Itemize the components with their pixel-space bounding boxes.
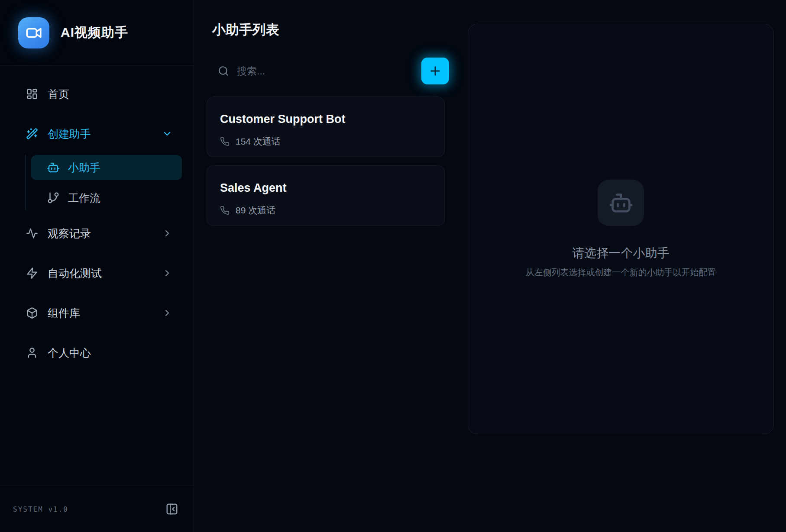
box-icon: [26, 307, 38, 319]
assistant-name: Sales Agent: [220, 181, 431, 195]
sidebar-subitem-workflow[interactable]: 工作流: [31, 185, 182, 210]
sidebar-item-label: 组件库: [48, 306, 162, 320]
sidebar-item-label: 首页: [48, 87, 172, 101]
create-assistant-submenu: 小助手 工作流: [25, 155, 182, 210]
activity-icon: [26, 227, 38, 239]
sidebar-item-label: 自动化测试: [48, 266, 162, 281]
search-row: [212, 58, 411, 84]
video-camera-icon: [26, 25, 42, 41]
main-area: 小助手列表 Customer Support Bot 154 次通话: [194, 0, 786, 532]
empty-state: 请选择一个小助手 从左侧列表选择或创建一个新的小助手以开始配置: [526, 180, 716, 278]
sidebar-subitem-assistants[interactable]: 小助手: [31, 155, 182, 180]
phone-icon: [220, 206, 230, 215]
app-title: AI视频助手: [61, 24, 128, 42]
assistant-call-count: 89 次通话: [220, 204, 431, 216]
sidebar-footer: SYSTEM v1.0: [0, 486, 193, 532]
chevron-right-icon: [162, 268, 172, 278]
sidebar: AI视频助手 首页 创建助手: [0, 0, 194, 532]
sidebar-item-create-assistant[interactable]: 创建助手: [11, 121, 182, 146]
sidebar-item-label: 观察记录: [48, 226, 162, 241]
sidebar-item-label: 创建助手: [48, 127, 162, 141]
wand-sparkles-icon: [26, 128, 38, 140]
user-icon: [26, 347, 38, 359]
assistant-card-list: Customer Support Bot 154 次通话 Sales Agent…: [207, 97, 445, 234]
zap-icon: [26, 267, 38, 279]
sidebar-header: AI视频助手: [0, 0, 193, 66]
sidebar-item-component-library[interactable]: 组件库: [11, 300, 182, 326]
app-logo: [18, 17, 49, 48]
assistant-detail-panel: 请选择一个小助手 从左侧列表选择或创建一个新的小助手以开始配置: [468, 24, 774, 434]
sidebar-subitem-label: 工作流: [68, 191, 100, 205]
sidebar-item-home[interactable]: 首页: [11, 81, 182, 106]
git-branch-icon: [47, 191, 60, 204]
dashboard-icon: [26, 88, 38, 100]
panel-left-close-icon[interactable]: [165, 503, 178, 516]
plus-icon: [428, 64, 442, 78]
bot-icon: [47, 161, 60, 174]
search-icon: [218, 65, 229, 77]
bot-icon: [598, 180, 644, 226]
phone-icon: [220, 137, 230, 146]
call-count-label: 154 次通话: [236, 135, 281, 148]
search-input[interactable]: [237, 65, 411, 77]
empty-state-subtitle: 从左侧列表选择或创建一个新的小助手以开始配置: [526, 267, 716, 278]
sidebar-subitem-label: 小助手: [68, 161, 100, 175]
assistant-call-count: 154 次通话: [220, 135, 431, 148]
chevron-down-icon: [162, 129, 172, 139]
system-version: SYSTEM v1.0: [13, 505, 68, 513]
add-assistant-button[interactable]: [421, 58, 449, 84]
call-count-label: 89 次通话: [236, 204, 275, 216]
assistant-name: Customer Support Bot: [220, 113, 431, 126]
sidebar-item-profile[interactable]: 个人中心: [11, 340, 182, 365]
sidebar-item-label: 个人中心: [48, 346, 172, 360]
sidebar-nav: 首页 创建助手 小助手: [0, 66, 193, 365]
assistant-card-sales-agent[interactable]: Sales Agent 89 次通话: [207, 165, 445, 226]
app-root: AI视频助手 首页 创建助手: [0, 0, 786, 532]
sidebar-item-observation-log[interactable]: 观察记录: [11, 221, 182, 246]
chevron-right-icon: [162, 228, 172, 239]
assistant-card-customer-support-bot[interactable]: Customer Support Bot 154 次通话: [207, 97, 445, 157]
empty-state-title: 请选择一个小助手: [573, 245, 670, 261]
sidebar-item-automated-testing[interactable]: 自动化测试: [11, 261, 182, 286]
chevron-right-icon: [162, 308, 172, 318]
page-title: 小助手列表: [212, 21, 279, 39]
